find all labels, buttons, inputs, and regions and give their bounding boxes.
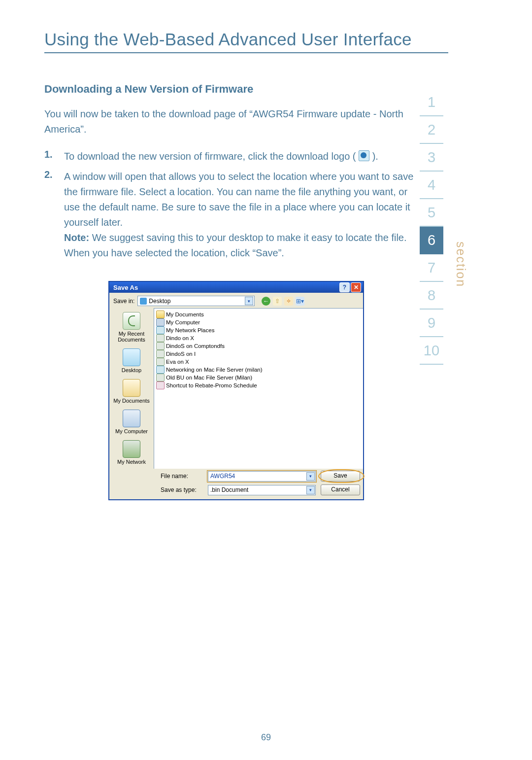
file-name: My Network Places	[166, 327, 214, 333]
file-item[interactable]: My Network Places	[156, 326, 363, 334]
dialog-title-text: Save As	[113, 284, 138, 291]
step-list: 1. To download the new version of firmwa…	[44, 149, 419, 261]
savein-combo[interactable]: Desktop ▾	[137, 296, 255, 306]
place-desktop[interactable]: Desktop	[112, 347, 151, 377]
chevron-down-icon[interactable]: ▾	[245, 297, 253, 305]
savein-label: Save in:	[113, 298, 134, 305]
place-my-recent-documents[interactable]: My Recent Documents	[112, 311, 151, 346]
file-item[interactable]: Dindo on X	[156, 334, 363, 342]
place-label: My Computer	[112, 428, 151, 434]
filename-label: File name:	[161, 473, 203, 480]
chevron-down-icon[interactable]: ▾	[306, 486, 315, 494]
new-folder-icon[interactable]: ✧	[284, 297, 293, 306]
place-my-network[interactable]: My Network	[112, 439, 151, 469]
place-icon	[123, 312, 140, 330]
step-1-text-b: ).	[372, 151, 378, 162]
place-icon	[123, 379, 140, 397]
section-tab-6[interactable]: 6	[420, 227, 443, 254]
file-name: DindoS on I	[166, 351, 196, 357]
save-as-dialog: Save As ? ✕ Save in: Desktop ▾ ← ⇧ ✧ ⊞▾	[108, 281, 364, 500]
file-icon	[156, 334, 165, 342]
step-2: 2. A window will open that allows you to…	[44, 169, 419, 261]
file-item[interactable]: My Computer	[156, 318, 363, 326]
savein-value: Desktop	[149, 298, 245, 305]
chevron-down-icon[interactable]: ▾	[306, 472, 315, 481]
download-logo-icon	[359, 150, 369, 161]
place-my-computer[interactable]: My Computer	[112, 409, 151, 438]
section-tab-9[interactable]: 9	[420, 310, 443, 337]
filename-value: AWGR54	[210, 473, 235, 480]
saveas-value: .bin Document	[210, 486, 248, 493]
section-tab-8[interactable]: 8	[420, 282, 443, 310]
file-item[interactable]: DindoS on Comptondfs	[156, 342, 363, 350]
file-name: Dindo on X	[166, 335, 194, 341]
file-list[interactable]: My DocumentsMy ComputerMy Network Places…	[154, 308, 363, 469]
dialog-toolbar: Save in: Desktop ▾ ← ⇧ ✧ ⊞▾	[109, 293, 363, 308]
page-number: 69	[0, 732, 532, 743]
file-item[interactable]: DindoS on I	[156, 350, 363, 358]
place-icon	[123, 348, 140, 366]
note-text: We suggest saving this to your desktop t…	[64, 232, 407, 258]
section-tab-2[interactable]: 2	[420, 116, 443, 144]
section-tab-4[interactable]: 4	[420, 172, 443, 199]
section-tab-1[interactable]: 1	[420, 89, 443, 116]
place-my-documents[interactable]: My Documents	[112, 378, 151, 408]
save-button[interactable]: Save	[321, 471, 360, 482]
filename-input[interactable]: AWGR54 ▾	[208, 471, 316, 482]
file-name: Eva on X	[166, 359, 189, 365]
cancel-button[interactable]: Cancel	[321, 484, 360, 495]
dialog-titlebar[interactable]: Save As ? ✕	[109, 282, 363, 293]
file-icon	[156, 374, 165, 381]
file-item[interactable]: Networking on Mac File Server (milan)	[156, 366, 363, 374]
place-label: My Network	[112, 459, 151, 465]
file-item[interactable]: Old BU on Mac File Server (Milan)	[156, 374, 363, 381]
step-1-text-a: To download the new version of firmware,…	[64, 151, 356, 162]
intro-paragraph: You will now be taken to the download pa…	[44, 106, 419, 137]
step-number: 2.	[44, 169, 64, 261]
file-icon	[156, 326, 165, 334]
help-button[interactable]: ?	[339, 282, 350, 292]
close-button[interactable]: ✕	[351, 282, 361, 292]
file-icon	[156, 358, 165, 366]
file-name: Shortcut to Rebate-Promo Schedule	[166, 382, 257, 388]
step-1: 1. To download the new version of firmwa…	[44, 149, 419, 164]
page-title: Using the Web-Based Advanced User Interf…	[44, 30, 419, 49]
file-icon	[156, 311, 165, 318]
up-one-level-icon[interactable]: ⇧	[273, 297, 282, 306]
file-name: Networking on Mac File Server (milan)	[166, 367, 263, 373]
file-name: DindoS on Comptondfs	[166, 343, 225, 349]
file-name: My Documents	[166, 311, 204, 317]
desktop-icon	[140, 298, 147, 305]
file-item[interactable]: Eva on X	[156, 358, 363, 366]
section-tab-7[interactable]: 7	[420, 254, 443, 282]
places-bar: My Recent DocumentsDesktopMy DocumentsMy…	[109, 308, 154, 469]
section-tabs: 12345678910	[420, 89, 443, 365]
file-item[interactable]: Shortcut to Rebate-Promo Schedule	[156, 381, 363, 389]
section-tab-5[interactable]: 5	[420, 199, 443, 227]
file-icon	[156, 366, 165, 374]
section-vertical-label: section	[454, 242, 468, 287]
file-icon	[156, 381, 165, 389]
saveas-label: Save as type:	[161, 486, 203, 493]
section-tab-3[interactable]: 3	[420, 144, 443, 172]
step-2-text: A window will open that allows you to se…	[64, 171, 413, 228]
note-label: Note:	[64, 232, 89, 243]
place-label: My Documents	[112, 398, 151, 404]
place-label: My Recent Documents	[112, 331, 151, 343]
place-icon	[123, 440, 140, 458]
file-icon	[156, 318, 165, 326]
section-subhead: Downloading a New Version of Firmware	[44, 83, 419, 96]
place-icon	[123, 410, 140, 427]
title-rule	[44, 52, 448, 53]
views-icon[interactable]: ⊞▾	[296, 297, 304, 306]
section-tab-10[interactable]: 10	[420, 337, 443, 365]
file-icon	[156, 342, 165, 350]
file-item[interactable]: My Documents	[156, 311, 363, 318]
back-icon[interactable]: ←	[262, 297, 270, 306]
file-name: Old BU on Mac File Server (Milan)	[166, 375, 252, 380]
file-name: My Computer	[166, 319, 200, 325]
place-label: Desktop	[112, 367, 151, 373]
saveas-type-combo[interactable]: .bin Document ▾	[208, 485, 316, 495]
step-number: 1.	[44, 149, 64, 164]
file-icon	[156, 350, 165, 358]
